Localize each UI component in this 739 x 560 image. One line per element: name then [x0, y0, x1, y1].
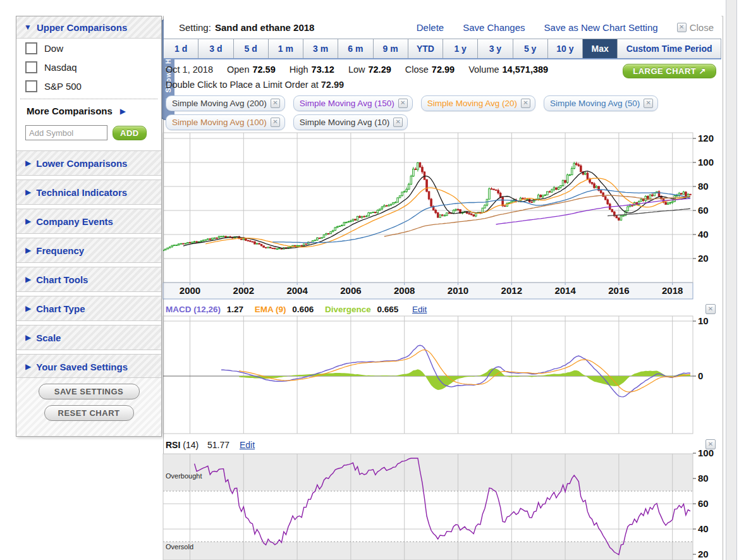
oversold-label: Oversold [166, 543, 193, 551]
sidebar-item-chart-tools[interactable]: ▶Chart Tools [16, 267, 161, 292]
overlay-chip-label: Simple Moving Avg (100) [172, 118, 267, 127]
sidebar-item-lower-comparisons[interactable]: ▶Lower Comparisons [16, 150, 161, 176]
overbought-label: Overbought [166, 472, 202, 480]
chevron-right-icon: ▶ [120, 107, 126, 116]
tab-1d[interactable]: 1 d [164, 39, 198, 58]
macd-close-icon[interactable]: ✕ [705, 304, 716, 314]
macd-edit-link[interactable]: Edit [412, 305, 427, 314]
setting-name: Sand and ethane 2018 [215, 22, 315, 33]
limit-order-price: 72.99 [321, 80, 344, 90]
overlay-chip-sma-100: Simple Moving Avg (100)✕ [166, 114, 285, 130]
add-symbol-button[interactable]: ADD [113, 126, 147, 140]
tab-10y[interactable]: 10 y [548, 39, 583, 58]
tab-5y[interactable]: 5 y [513, 39, 548, 58]
quote-date: Oct 1, 2018 [166, 64, 213, 75]
sidebar-item-technical-indicators[interactable]: ▶Technical Indicators [16, 180, 161, 205]
quote-bar: Oct 1, 2018 Open72.59 High73.12 Low72.29… [166, 64, 562, 75]
section-label: Scale [36, 332, 61, 343]
delete-link[interactable]: Delete [417, 22, 444, 33]
comparison-row-s-p-500: S&P 500 [16, 76, 161, 95]
large-chart-button[interactable]: LARGE CHART ↗ [623, 64, 716, 78]
tab-Max[interactable]: Max [583, 39, 618, 58]
tab-YTD[interactable]: YTD [408, 39, 443, 58]
sidebar-item-scale[interactable]: ▶Scale [16, 325, 161, 350]
sidebar-item-your-saved-settings[interactable]: ▶Your Saved Settings [16, 354, 161, 379]
tab-3d[interactable]: 3 d [198, 39, 233, 58]
overlay-chip-sma-150: Simple Moving Avg (150)✕ [293, 95, 413, 111]
rsi-label: RSI [166, 440, 180, 450]
low-value: 72.29 [368, 64, 391, 75]
macd-label: MACD (12,26) [166, 305, 221, 314]
overlay-chip-label: Simple Moving Avg (10) [300, 118, 389, 127]
sidebar-section-upper-comparisons[interactable]: ▼ Upper Comparisons [16, 16, 161, 39]
rsi-header: RSI (14) 51.77 Edit [166, 440, 255, 450]
chevron-down-icon: ▼ [24, 23, 32, 32]
high-value: 73.12 [312, 64, 334, 75]
sidebar-item-chart-type[interactable]: ▶Chart Type [16, 296, 161, 321]
add-symbol-input[interactable] [25, 125, 107, 140]
close-icon[interactable]: ✕ [677, 23, 687, 32]
scrollbar-strip[interactable] [726, 0, 737, 560]
remove-overlay-icon[interactable]: ✕ [521, 99, 530, 108]
overlay-chip-sma-50: Simple Moving Avg (50)✕ [544, 95, 658, 111]
save-settings-button[interactable]: SAVE SETTINGS [39, 384, 140, 399]
time-period-tabbar: 1 d3 d5 d1 m3 m6 m9 mYTD1 y3 y5 y10 yMax… [164, 39, 721, 59]
setting-header: Setting: Sand and ethane 2018 Delete Sav… [164, 16, 721, 39]
macd-ema-value: 0.606 [292, 305, 314, 314]
section-label: Chart Tools [36, 274, 88, 285]
overlay-chip-sma-10: Simple Moving Avg (10)✕ [293, 114, 408, 130]
checkbox[interactable] [25, 80, 37, 92]
section-label: Chart Type [36, 303, 85, 314]
remove-overlay-icon[interactable]: ✕ [398, 99, 408, 108]
rsi-edit-link[interactable]: Edit [240, 440, 255, 450]
section-label: Your Saved Settings [36, 362, 128, 372]
checkbox-label: Nasdaq [44, 62, 77, 73]
tab-1m[interactable]: 1 m [269, 39, 303, 58]
section-label: Frequency [36, 245, 84, 256]
setting-label: Setting: [179, 22, 211, 33]
remove-overlay-icon[interactable]: ✕ [393, 118, 403, 127]
checkbox[interactable] [25, 42, 37, 54]
reset-chart-button[interactable]: RESET CHART [44, 405, 134, 421]
page-root: ▼ Upper Comparisons DowNasdaqS&P 500 Mor… [0, 0, 739, 560]
chevron-right-icon: ▶ [25, 159, 31, 167]
macd-header: MACD (12,26) 1.27 EMA (9) 0.606 Divergen… [166, 305, 431, 314]
section-label: Upper Comparisons [37, 22, 127, 33]
sidebar-item-company-events[interactable]: ▶Company Events [16, 209, 161, 234]
tab-5d[interactable]: 5 d [234, 39, 269, 58]
overlay-chips-row-2: Simple Moving Avg (100)✕Simple Moving Av… [166, 114, 416, 130]
chevron-right-icon: ▶ [25, 275, 31, 284]
checkbox-label: S&P 500 [44, 81, 82, 92]
limit-order-hint[interactable]: Double Click to Place a Limit Order at 7… [166, 80, 344, 90]
add-symbol-row: ADD [16, 120, 161, 147]
checkbox-label: Dow [44, 43, 63, 54]
more-comparisons-label: More Comparisons [27, 106, 113, 116]
tab-1y[interactable]: 1 y [443, 39, 478, 58]
remove-overlay-icon[interactable]: ✕ [644, 99, 653, 108]
comparison-row-nasdaq: Nasdaq [16, 58, 161, 76]
close-button[interactable]: Close [690, 22, 714, 33]
section-label: Technical Indicators [36, 187, 127, 198]
tab-3m[interactable]: 3 m [303, 39, 338, 58]
tab-3y[interactable]: 3 y [478, 39, 513, 58]
tab-6m[interactable]: 6 m [338, 39, 373, 58]
save-changes-link[interactable]: Save Changes [463, 22, 525, 33]
save-as-new-link[interactable]: Save as New Chart Setting [544, 22, 658, 33]
remove-overlay-icon[interactable]: ✕ [271, 118, 280, 127]
overlay-chip-label: Simple Moving Avg (50) [550, 99, 640, 108]
rsi-period: (14) [183, 440, 198, 450]
sidebar: ▼ Upper Comparisons DowNasdaqS&P 500 Mor… [16, 16, 162, 437]
rsi-close-icon[interactable]: ✕ [705, 439, 716, 449]
chevron-right-icon: ▶ [25, 188, 31, 197]
remove-overlay-icon[interactable]: ✕ [271, 99, 280, 108]
more-comparisons-row[interactable]: More Comparisons ▶ [16, 99, 161, 120]
overlay-chip-sma-200: Simple Moving Avg (200)✕ [166, 95, 285, 111]
tab-9m[interactable]: 9 m [374, 39, 408, 58]
overlay-chip-label: Simple Moving Avg (200) [172, 99, 267, 108]
comparison-row-dow: Dow [16, 39, 161, 58]
overlay-chip-sma-20: Simple Moving Avg (20)✕ [421, 95, 535, 111]
checkbox[interactable] [25, 61, 37, 73]
overlay-chips-row-1: Simple Moving Avg (200)✕Simple Moving Av… [166, 95, 666, 111]
sidebar-item-frequency[interactable]: ▶Frequency [16, 238, 161, 263]
tab-custom-time-period[interactable]: Custom Time Period [618, 39, 721, 58]
